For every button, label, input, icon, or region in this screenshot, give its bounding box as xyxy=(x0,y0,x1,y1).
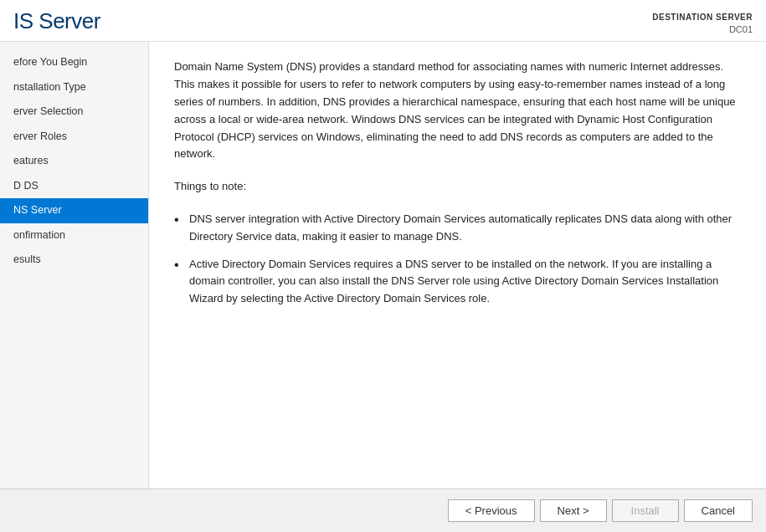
sidebar-item-server-roles[interactable]: erver Roles xyxy=(0,125,148,150)
destination-server-info: DESTINATION SERVER DC01 xyxy=(652,12,753,36)
header: IS Server DESTINATION SERVER DC01 xyxy=(0,0,766,42)
bullet-list: DNS server integration with Active Direc… xyxy=(174,211,741,308)
sidebar: efore You Beginnstallation Typeerver Sel… xyxy=(0,42,149,489)
intro-paragraph: Domain Name System (DNS) provides a stan… xyxy=(174,59,741,163)
sidebar-item-before-you-begin[interactable]: efore You Begin xyxy=(0,50,148,75)
content-area: efore You Beginnstallation Typeerver Sel… xyxy=(0,42,766,489)
page-title: IS Server xyxy=(13,8,100,34)
sidebar-item-server-selection[interactable]: erver Selection xyxy=(0,100,148,125)
sidebar-item-ad-ds[interactable]: D DS xyxy=(0,174,148,199)
previous-button[interactable]: < Previous xyxy=(448,499,535,522)
destination-server-label: DESTINATION SERVER xyxy=(652,12,753,23)
sidebar-item-results[interactable]: esults xyxy=(0,248,148,273)
next-button[interactable]: Next > xyxy=(540,499,607,522)
things-to-note-label: Things to note: xyxy=(174,178,741,196)
cancel-button[interactable]: Cancel xyxy=(684,499,753,522)
bullet-item-1: DNS server integration with Active Direc… xyxy=(174,211,741,246)
sidebar-item-installation-type[interactable]: nstallation Type xyxy=(0,75,148,100)
bullet-item-2: Active Directory Domain Services require… xyxy=(174,256,741,308)
window: IS Server DESTINATION SERVER DC01 efore … xyxy=(0,0,766,532)
install-button[interactable]: Install xyxy=(612,499,679,522)
sidebar-item-confirmation[interactable]: onfirmation xyxy=(0,223,148,248)
sidebar-item-dns-server[interactable]: NS Server xyxy=(0,198,148,223)
footer: < Previous Next > Install Cancel xyxy=(0,489,766,532)
sidebar-item-features[interactable]: eatures xyxy=(0,149,148,174)
destination-server-value: DC01 xyxy=(652,23,753,36)
main-content: Domain Name System (DNS) provides a stan… xyxy=(149,42,766,489)
